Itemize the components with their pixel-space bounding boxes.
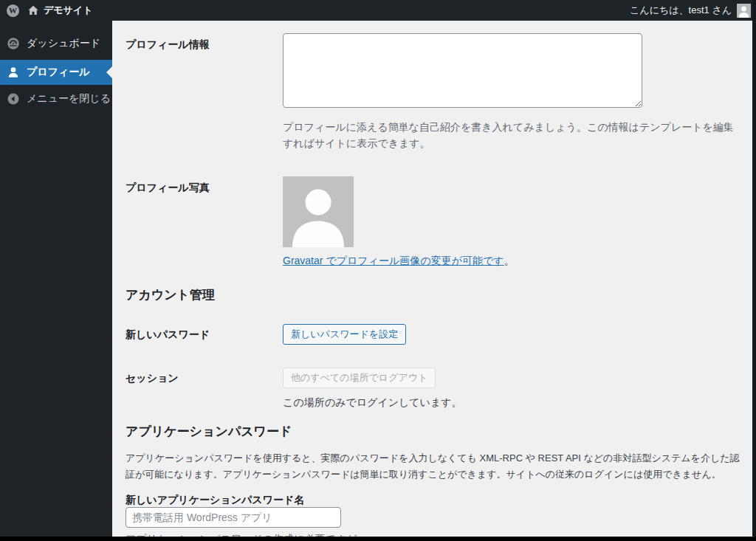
sidebar-item-dashboard[interactable]: ダッシュボード [0,31,112,56]
user-icon [7,66,20,79]
sessions-label: セッション [126,368,283,386]
gravatar-link-suffix: 。 [504,255,515,266]
window-edge-right [752,0,756,541]
bio-textarea[interactable] [283,33,642,108]
profile-picture-field: Gravatar でプロフィール画像の変更が可能です。 [283,176,742,268]
account-menu[interactable]: こんにちは、test1 さん [630,0,756,21]
app-password-footnote: アプリケーションパスワードの作成に必要ですが、 [126,531,742,537]
collapse-menu-icon [7,92,20,106]
new-app-password-name-label: 新しいアプリケーションパスワード名 [126,493,742,506]
set-new-password-button[interactable]: 新しいパスワードを設定 [283,324,406,345]
sidebar-item-label: メニューを閉じる [27,92,111,106]
sidebar-item-profile[interactable]: プロフィール [0,60,112,85]
new-password-label: 新しいパスワード [126,324,283,342]
logout-everywhere-button: 他のすべての場所でログアウト [283,368,436,388]
wordpress-logo-icon: W [6,4,20,18]
sessions-description: この場所のみでログインしています。 [283,395,742,410]
sidebar-item-label: プロフィール [27,66,90,79]
sessions-field: 他のすべての場所でログアウト この場所のみでログインしています。 [283,368,742,410]
profile-settings-content: プロフィール情報 プロフィールに添える簡単な自己紹介を書き入れてみましょう。この… [112,21,752,537]
admin-bar: W デモサイト こんにちは、test1 さん [0,0,756,21]
account-management-heading: アカウント管理 [126,287,742,303]
sidebar-item-label: ダッシュボード [27,37,100,50]
gravatar-link[interactable]: Gravatar でプロフィール画像の変更が可能です [283,255,504,266]
application-passwords-intro: アプリケーションパスワードを使用すると、実際のパスワードを入力しなくても XML… [126,450,742,483]
new-password-row: 新しいパスワード 新しいパスワードを設定 [126,324,742,345]
user-avatar [737,4,751,18]
site-link[interactable]: デモサイト [27,0,93,21]
admin-bar-left: W デモサイト [0,0,93,21]
profile-picture-label: プロフィール写真 [126,176,283,196]
window-edge-bottom [0,537,756,541]
bio-label: プロフィール情報 [126,33,283,52]
wordpress-menu[interactable]: W [6,0,20,21]
site-name: デモサイト [44,4,93,17]
bio-description: プロフィールに添える簡単な自己紹介を書き入れてみましょう。この情報はテンプレート… [283,120,742,151]
sessions-row: セッション 他のすべての場所でログアウト この場所のみでログインしています。 [126,368,742,410]
home-icon [27,4,39,16]
svg-text:W: W [9,6,17,15]
new-password-field: 新しいパスワードを設定 [283,324,742,345]
greeting-text: こんにちは、test1 さん [630,4,732,17]
admin-sidebar: ダッシュボード プロフィール メニューを閉じる [0,21,112,541]
sidebar-collapse-button[interactable]: メニューを閉じる [0,88,112,110]
profile-avatar [283,176,354,247]
bio-field: プロフィールに添える簡単な自己紹介を書き入れてみましょう。この情報はテンプレート… [283,33,742,151]
gravatar-line: Gravatar でプロフィール画像の変更が可能です。 [283,253,742,268]
new-app-password-name-input[interactable] [126,507,341,528]
profile-picture-row: プロフィール写真 Gravatar でプロフィール画像の変更が可能です。 [126,176,742,268]
bio-row: プロフィール情報 プロフィールに添える簡単な自己紹介を書き入れてみましょう。この… [126,33,742,151]
application-passwords-heading: アプリケーションパスワード [126,424,742,440]
dashboard-icon [7,37,20,50]
